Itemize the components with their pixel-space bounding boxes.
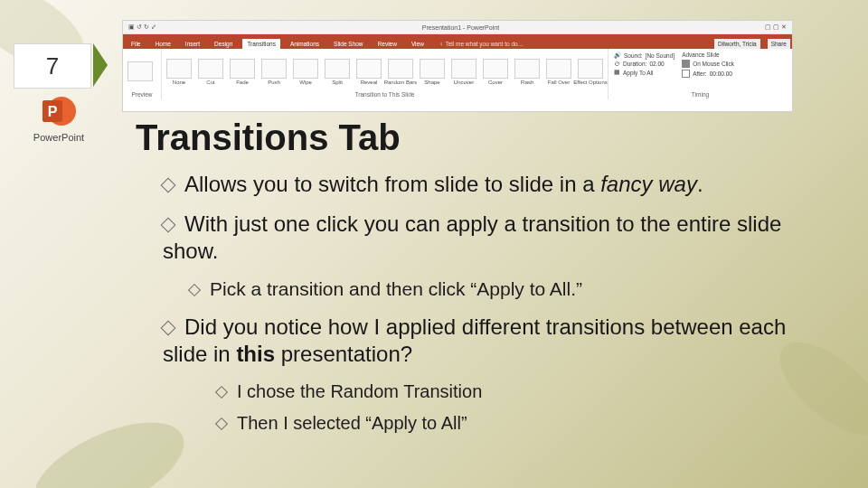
slide-number: 7 <box>14 43 91 89</box>
duration-value[interactable]: 02.00 <box>649 61 664 67</box>
diamond-bullet-icon <box>161 218 176 233</box>
tab-review[interactable]: Review <box>373 39 401 49</box>
tab-insert[interactable]: Insert <box>181 39 204 49</box>
advance-label: Advance Slide <box>682 52 720 58</box>
preview-button[interactable] <box>127 61 154 81</box>
on-click-checkbox[interactable] <box>682 60 690 68</box>
svg-text:P: P <box>48 104 58 119</box>
bullet-level3: I chose the Random Transition <box>217 380 832 403</box>
logo-label: PowerPoint <box>33 132 84 143</box>
transition-thumb[interactable]: Uncover <box>450 59 477 85</box>
slide-number-badge: 7 P PowerPoint <box>9 43 108 143</box>
diamond-bullet-icon <box>188 284 201 296</box>
tab-file[interactable]: File <box>127 39 145 49</box>
after-checkbox[interactable] <box>682 70 690 78</box>
transition-thumb[interactable]: Push <box>260 59 288 85</box>
tab-animations[interactable]: Animations <box>286 39 324 49</box>
apply-to-all-button[interactable]: Apply To All <box>623 70 653 76</box>
transition-thumb[interactable]: Cover <box>482 59 509 85</box>
bullet-level2: Pick a transition and then click “Apply … <box>190 277 832 301</box>
tab-home[interactable]: Home <box>150 39 175 49</box>
transition-thumb[interactable]: Reveal <box>355 59 382 85</box>
title-bar: ▣ ↺ ↻ ⤢ Presentation1 - PowerPoint ▢ ▢ ✕ <box>123 21 792 34</box>
transition-thumb[interactable]: Shape <box>419 59 446 85</box>
timing-group: 🔊Sound:[No Sound] ⏱Duration:02.00 ▦Apply… <box>609 49 792 99</box>
ribbon-screenshot: ▣ ↺ ↻ ⤢ Presentation1 - PowerPoint ▢ ▢ ✕… <box>122 20 793 112</box>
on-click-label: On Mouse Click <box>693 61 734 67</box>
diamond-bullet-icon <box>215 386 228 399</box>
window-controls[interactable]: ▢ ▢ ✕ <box>765 23 787 31</box>
transition-thumb[interactable]: Fade <box>229 59 256 85</box>
share-button[interactable]: Share <box>768 39 790 49</box>
after-value[interactable]: 00:00.00 <box>710 70 732 77</box>
slide: 7 P PowerPoint ▣ ↺ ↻ ⤢ Presentation1 - P… <box>0 0 868 488</box>
tell-me[interactable]: ♀ Tell me what you want to do… <box>434 39 709 49</box>
tab-design[interactable]: Design <box>210 39 237 49</box>
duration-label: Duration: <box>623 61 646 67</box>
transition-thumb[interactable]: None <box>165 59 193 85</box>
qat-icons: ▣ ↺ ↻ ⤢ <box>128 23 156 31</box>
transition-thumb[interactable]: Wipe <box>292 59 319 85</box>
preview-group: Preview <box>123 49 162 99</box>
transition-thumb[interactable]: Cut <box>197 59 224 85</box>
bullet-level1: Did you notice how I applied different t… <box>163 314 832 368</box>
transition-gallery-group: None Cut Fade Push Wipe Split Reveal Ran… <box>162 49 609 99</box>
preview-caption: Preview <box>127 91 157 98</box>
transition-thumb[interactable]: Split <box>324 59 351 85</box>
bullet-level1: With just one click you can apply a tran… <box>163 211 832 265</box>
tab-view[interactable]: View <box>407 39 429 49</box>
powerpoint-logo: P PowerPoint <box>9 92 108 143</box>
ribbon-tabs: File Home Insert Design Transitions Anim… <box>123 34 792 49</box>
diamond-bullet-icon <box>161 321 176 336</box>
transition-thumb[interactable]: Flash <box>514 59 541 85</box>
apply-all-icon: ▦ <box>614 69 620 76</box>
transition-thumb[interactable]: Random Bars <box>387 59 414 85</box>
transition-thumb[interactable]: Fall Over <box>545 59 572 85</box>
sound-icon: 🔊 <box>614 52 621 59</box>
bullet-level3: Then I selected “Apply to All” <box>217 412 832 435</box>
after-label: After: <box>693 70 707 77</box>
ribbon-body: Preview None Cut Fade Push Wipe Split Re… <box>123 49 792 99</box>
tab-slideshow[interactable]: Slide Show <box>329 39 368 49</box>
clock-icon: ⏱ <box>614 61 620 67</box>
timing-caption: Timing <box>614 91 787 98</box>
document-title: Presentation1 - PowerPoint <box>156 24 765 31</box>
user-name: Dilworth, Tricia <box>714 39 760 49</box>
diamond-bullet-icon <box>215 418 228 430</box>
transition-gallery: None Cut Fade Push Wipe Split Reveal Ran… <box>165 52 604 91</box>
tab-transitions[interactable]: Transitions <box>242 39 280 49</box>
sound-value[interactable]: [No Sound] <box>646 52 675 59</box>
effect-options-button[interactable]: Effect Options <box>577 59 604 85</box>
gallery-caption: Transition to This Slide <box>165 91 604 98</box>
sound-label: Sound: <box>624 52 643 59</box>
body-content: Transitions Tab Allows you to switch fro… <box>136 117 832 444</box>
slide-title: Transitions Tab <box>136 117 832 158</box>
bullet-level1: Allows you to switch from slide to slide… <box>163 171 832 198</box>
diamond-bullet-icon <box>161 178 176 193</box>
